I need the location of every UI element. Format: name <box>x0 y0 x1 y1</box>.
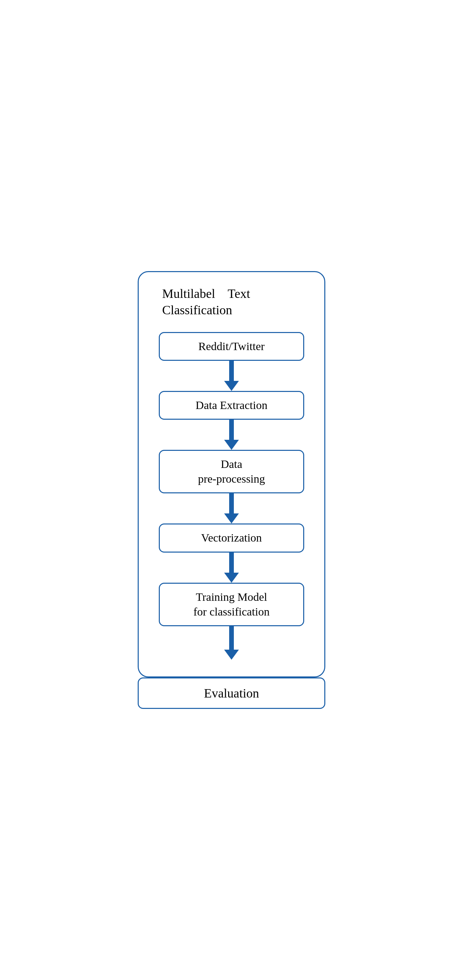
arrow-head-2 <box>224 440 239 450</box>
arrow-head-3 <box>224 514 239 523</box>
evaluation-box: Evaluation <box>138 678 325 709</box>
arrow-head-5 <box>224 650 239 660</box>
page-wrapper: Multilabel TextClassification Reddit/Twi… <box>116 258 347 722</box>
arrow-shaft-4 <box>229 553 234 573</box>
training-model-box: Training Modelfor classification <box>159 583 304 626</box>
arrow-head-1 <box>224 381 239 391</box>
diagram-title: Multilabel TextClassification <box>159 285 304 319</box>
arrow-4 <box>159 553 304 583</box>
arrow-5 <box>159 626 304 660</box>
arrow-shaft-1 <box>229 361 234 381</box>
arrow-shaft-3 <box>229 493 234 514</box>
arrow-shaft-2 <box>229 420 234 440</box>
outer-container: Multilabel TextClassification Reddit/Twi… <box>138 271 325 678</box>
arrow-shaft-5 <box>229 626 234 650</box>
arrow-2 <box>159 420 304 450</box>
data-extraction-box: Data Extraction <box>159 391 304 420</box>
reddit-twitter-box: Reddit/Twitter <box>159 332 304 361</box>
arrow-1 <box>159 361 304 391</box>
data-preprocessing-box: Datapre-processing <box>159 450 304 493</box>
vectorization-box: Vectorization <box>159 523 304 552</box>
flow-diagram: Reddit/Twitter Data Extraction Datapre-p… <box>159 332 304 626</box>
arrow-3 <box>159 493 304 523</box>
arrow-head-4 <box>224 573 239 583</box>
